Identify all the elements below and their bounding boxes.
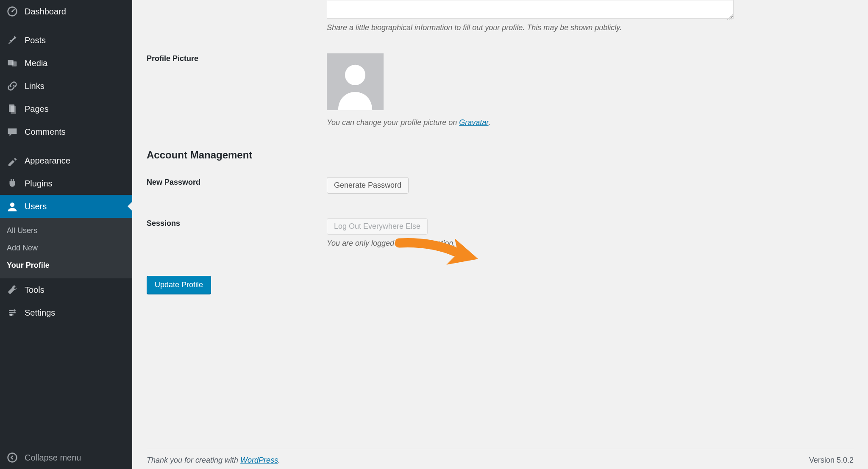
sidebar-item-dashboard[interactable]: Dashboard: [0, 0, 132, 23]
settings-icon: [7, 307, 18, 318]
sidebar-item-label: Comments: [25, 127, 66, 137]
svg-point-6: [10, 203, 14, 207]
sidebar-item-comments[interactable]: Comments: [0, 120, 132, 143]
svg-rect-3: [12, 61, 17, 67]
users-submenu: All Users Add New Your Profile: [0, 218, 132, 278]
link-icon: [7, 80, 18, 92]
sidebar-item-label: Settings: [25, 308, 55, 318]
plugins-icon: [7, 178, 18, 189]
pin-icon: [7, 35, 18, 46]
profile-picture-label: Profile Picture: [147, 53, 327, 63]
wordpress-link[interactable]: WordPress: [240, 456, 278, 464]
pages-icon: [7, 103, 18, 114]
footer-thankyou-prefix: Thank you for creating with: [147, 456, 240, 464]
new-password-label: New Password: [147, 177, 327, 187]
gravatar-link[interactable]: Gravatar: [459, 118, 488, 127]
sidebar-item-links[interactable]: Links: [0, 75, 132, 97]
svg-rect-5: [11, 106, 16, 114]
sidebar-item-label: Appearance: [25, 156, 70, 166]
submenu-all-users[interactable]: All Users: [0, 222, 132, 239]
sidebar-item-settings[interactable]: Settings: [0, 301, 132, 324]
update-profile-button[interactable]: Update Profile: [147, 276, 211, 294]
sidebar-item-label: Users: [25, 202, 47, 211]
version-text: Version 5.0.2: [809, 456, 854, 465]
account-management-heading: Account Management: [147, 149, 854, 161]
admin-footer: Thank you for creating with WordPress. V…: [147, 449, 854, 465]
sidebar-item-label: Media: [25, 58, 47, 68]
admin-sidebar: Dashboard Posts Media Links Pages: [0, 0, 132, 469]
users-icon: [7, 201, 18, 212]
sessions-description: You are only logged in at this location.: [327, 239, 854, 248]
tools-icon: [7, 284, 18, 295]
svg-point-1: [11, 11, 13, 12]
sidebar-item-label: Pages: [25, 104, 49, 114]
svg-point-7: [14, 309, 16, 311]
profile-content: Share a little biographical information …: [132, 0, 868, 469]
dashboard-icon: [7, 6, 18, 17]
footer-thankyou-suffix: .: [278, 456, 280, 464]
sessions-label: Sessions: [147, 218, 327, 228]
gravatar-desc-prefix: You can change your profile picture on: [327, 118, 459, 127]
submenu-your-profile[interactable]: Your Profile: [0, 257, 132, 274]
svg-point-9: [8, 453, 17, 462]
gravatar-desc-suffix: .: [489, 118, 491, 127]
sidebar-item-users[interactable]: Users: [0, 195, 132, 218]
sidebar-item-tools[interactable]: Tools: [0, 278, 132, 301]
sidebar-item-label: Plugins: [25, 179, 53, 189]
generate-password-button[interactable]: Generate Password: [327, 177, 409, 194]
bio-description: Share a little biographical information …: [327, 23, 854, 32]
svg-point-8: [10, 314, 12, 316]
bio-textarea[interactable]: [327, 0, 734, 19]
sidebar-item-media[interactable]: Media: [0, 52, 132, 75]
collapse-icon: [7, 452, 18, 463]
appearance-icon: [7, 155, 18, 166]
sidebar-item-plugins[interactable]: Plugins: [0, 172, 132, 195]
sidebar-item-label: Posts: [25, 36, 46, 45]
collapse-menu-label: Collapse menu: [25, 453, 81, 463]
logout-everywhere-button[interactable]: Log Out Everywhere Else: [327, 218, 428, 235]
sidebar-item-label: Dashboard: [25, 7, 66, 17]
svg-point-11: [345, 65, 365, 85]
comments-icon: [7, 126, 18, 137]
collapse-menu-button[interactable]: Collapse menu: [0, 446, 132, 469]
avatar-placeholder: [327, 53, 384, 110]
submenu-add-new[interactable]: Add New: [0, 239, 132, 257]
sidebar-item-label: Links: [25, 81, 45, 91]
media-icon: [7, 58, 18, 69]
sidebar-item-appearance[interactable]: Appearance: [0, 149, 132, 172]
sidebar-item-posts[interactable]: Posts: [0, 29, 132, 52]
sidebar-item-pages[interactable]: Pages: [0, 97, 132, 120]
sidebar-item-label: Tools: [25, 285, 45, 295]
